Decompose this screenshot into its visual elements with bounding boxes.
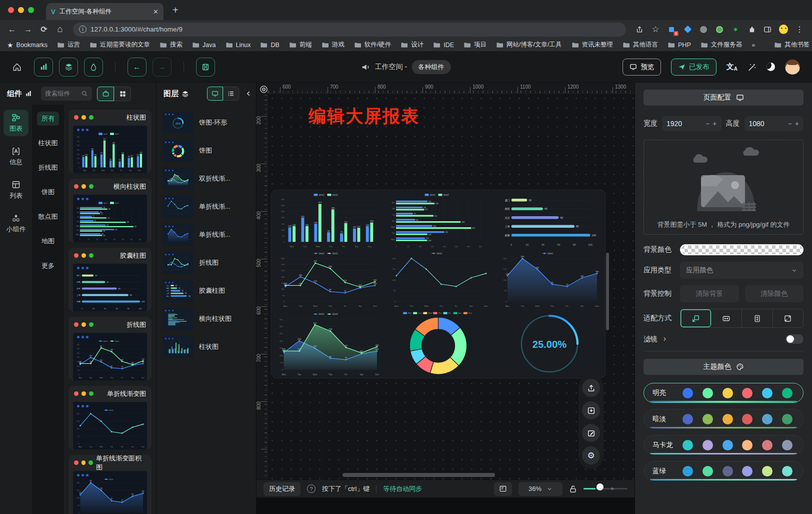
canvas-chart-capsule[interactable]: 厦门20南阳40北京60上海80新疆100020406080100: [494, 190, 605, 249]
star-extension-icon[interactable]: ✶: [731, 25, 740, 34]
layers-tool-button[interactable]: [59, 58, 78, 77]
fit-width-option[interactable]: [712, 309, 742, 327]
bookmark-item[interactable]: 文件服务器: [700, 41, 742, 49]
layers-thumbnail-view-toggle[interactable]: [207, 87, 223, 101]
component-card-line1area[interactable]: 单折线渐变面积图0501001502001202001508070110130M…: [68, 455, 152, 514]
window-close-button[interactable]: [8, 7, 14, 13]
window-minimize-button[interactable]: [18, 7, 24, 13]
history-button[interactable]: 历史记录: [264, 482, 300, 496]
bookmark-item[interactable]: Linux: [226, 41, 251, 49]
grid-view-toggle[interactable]: [114, 87, 131, 101]
bookmarks-root[interactable]: ★Bookmarks: [7, 41, 48, 49]
theme-option-明亮[interactable]: 明亮: [644, 383, 804, 403]
chart-detail-panel-button[interactable]: [494, 482, 512, 496]
workspace-name-chip[interactable]: 各种组件: [412, 60, 450, 74]
category-散点图[interactable]: 散点图: [34, 210, 62, 224]
category-地图[interactable]: 地图: [37, 234, 59, 248]
filter-toggle[interactable]: [786, 334, 804, 344]
gem-extension-icon[interactable]: [683, 25, 692, 34]
new-tab-button[interactable]: +: [172, 5, 178, 16]
fit-height-option[interactable]: [742, 309, 773, 327]
profile-avatar-icon[interactable]: [779, 25, 788, 34]
layer-item-line2[interactable]: 折线图: [160, 249, 253, 277]
card-thumbnail[interactable]: 0501001502002503003501202001508070110130…: [73, 126, 147, 173]
filter-tool-button[interactable]: [84, 58, 103, 77]
category-饼图[interactable]: 饼图: [37, 185, 59, 199]
address-bar[interactable]: i 127.0.0.1:3000/#/chart/home/9: [73, 23, 626, 37]
fit-scale-option[interactable]: [680, 309, 712, 327]
sidebar-tab-信息[interactable]: 信息: [4, 143, 28, 170]
dark-mode-icon[interactable]: [766, 63, 775, 71]
height-decrease-button[interactable]: −: [788, 120, 792, 128]
horizontal-scrollbar[interactable]: [342, 473, 495, 477]
card-thumbnail[interactable]: 0501001502002503003501202001508070110130…: [73, 333, 147, 380]
layer-item-hbar[interactable]: 横向柱状图: [160, 305, 253, 333]
publish-button[interactable]: 已发布: [671, 59, 716, 76]
bookmark-item[interactable]: 运营: [57, 41, 80, 49]
chevron-right-icon[interactable]: [662, 336, 668, 342]
layer-item-donut[interactable]: 饼图: [160, 137, 253, 165]
bookmarks-overflow[interactable]: »: [752, 42, 755, 49]
component-card-bar[interactable]: 柱状图0501001502002503003501202001508070110…: [68, 110, 152, 173]
bookmark-item[interactable]: PHP: [668, 41, 691, 49]
magic-wand-icon[interactable]: [748, 63, 756, 72]
undo-button[interactable]: ←: [128, 58, 146, 77]
card-thumbnail[interactable]: 0501001502001202001508070110130MonTueWed…: [73, 471, 147, 514]
green-extension-icon[interactable]: [715, 25, 724, 34]
lock-icon[interactable]: [569, 485, 577, 493]
component-card-line1[interactable]: 单折线渐变图050100150200MonTueWedThuFriSatSund…: [68, 386, 152, 449]
sidebar-icon[interactable]: [763, 25, 772, 34]
page-config-header[interactable]: 页面配置: [644, 90, 804, 106]
theme-option-蓝绿[interactable]: 蓝绿: [644, 461, 804, 481]
reload-icon[interactable]: ⟳: [37, 25, 51, 34]
grey-extension-icon[interactable]: [699, 25, 708, 34]
category-所有[interactable]: 所有: [37, 112, 59, 126]
export-icon[interactable]: [582, 379, 600, 397]
bookmark-item[interactable]: 项目: [464, 41, 486, 49]
clear-color-button[interactable]: 清除颜色: [745, 285, 804, 302]
bookmark-item[interactable]: 网站/博客/文章/工具: [496, 41, 562, 49]
forward-icon[interactable]: →: [21, 25, 35, 34]
app-type-select[interactable]: 应用颜色: [680, 262, 804, 279]
search-input[interactable]: 搜索组件: [41, 87, 92, 101]
window-zoom-button[interactable]: [28, 7, 34, 13]
sidebar-tab-图表[interactable]: 图表: [4, 110, 28, 136]
bookmark-item[interactable]: 近期需要读的文章: [90, 41, 150, 49]
bg-color-swatch[interactable]: [680, 244, 804, 255]
component-card-hbar[interactable]: 横向柱状图05010015020025030035012020015080701…: [68, 179, 152, 242]
canvas-chart-line2[interactable]: 0501001502002503003501202001508070110130…: [272, 249, 382, 308]
canvas-chart-line2area[interactable]: 0501001502002503003501202001508070110130…: [272, 308, 382, 378]
width-decrease-button[interactable]: −: [706, 120, 710, 128]
translate-icon[interactable]: 文A: [726, 62, 738, 72]
dashboard-title-text[interactable]: 编辑大屏报表: [308, 105, 420, 128]
category-更多[interactable]: 更多: [37, 259, 59, 273]
canvas-chart-line1area[interactable]: 0501001502001202001508070110130MonTueWed…: [494, 249, 605, 308]
layer-item-capsule[interactable]: 厦门20南阳40北京60上海80新疆100胶囊柱图: [160, 277, 253, 305]
vertical-scrollbar[interactable]: [606, 253, 609, 330]
card-thumbnail[interactable]: 厦门20南阳40北京60上海80新疆100020406080100: [73, 264, 147, 311]
width-stepper[interactable]: 1920 − +: [662, 116, 722, 131]
bookmark-item[interactable]: 搜索: [160, 41, 182, 49]
redo-button[interactable]: →: [152, 58, 172, 77]
eye-icon[interactable]: [260, 85, 268, 94]
height-increase-button[interactable]: +: [795, 120, 799, 128]
layer-item-line1area[interactable]: 单折线渐...: [160, 221, 253, 249]
layer-item-line1[interactable]: 单折线渐...: [160, 193, 253, 221]
app-home-icon[interactable]: [12, 62, 22, 72]
canvas-chart-donut[interactable]: MonTueWedThuFriSatSun: [382, 308, 494, 378]
collapse-panel-icon[interactable]: [245, 90, 252, 97]
zoom-select[interactable]: 36%: [518, 482, 562, 496]
home-icon[interactable]: ⌂: [53, 24, 67, 35]
canvas-chart-line1[interactable]: 050100150200MonTueWedThuFriSatSundata1: [382, 249, 494, 308]
theme-option-马卡龙[interactable]: 马卡龙: [644, 435, 804, 455]
bookmark-item[interactable]: 前端: [289, 41, 312, 49]
help-icon[interactable]: ?: [307, 484, 316, 493]
width-value[interactable]: 1920: [666, 120, 702, 128]
card-thumbnail[interactable]: 050100150200MonTueWedThuFriSatSundata1: [73, 402, 147, 449]
site-info-icon[interactable]: i: [79, 26, 86, 33]
bookmark-item[interactable]: 设计: [400, 41, 424, 49]
browser-tab[interactable]: V 工作空间-各种组件 ✕: [46, 3, 164, 20]
share-icon[interactable]: [635, 25, 644, 34]
theme-color-header[interactable]: 主题颜色: [644, 359, 804, 375]
bookmark-item[interactable]: Java: [192, 41, 216, 49]
